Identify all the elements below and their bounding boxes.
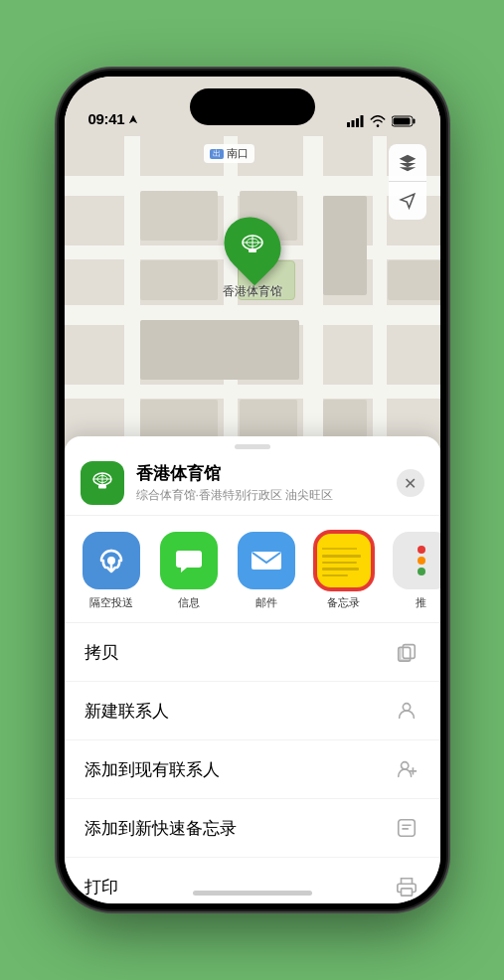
- new-contact-icon: [393, 697, 420, 725]
- mail-symbol: [252, 550, 281, 572]
- map-area: 出 南口: [65, 77, 440, 494]
- signal-icon: [347, 115, 364, 127]
- mail-label: 邮件: [255, 595, 277, 610]
- copy-icon: [393, 638, 420, 666]
- copy-symbol: [396, 641, 418, 663]
- venue-name: 香港体育馆: [136, 462, 385, 485]
- stadium-icon: [239, 232, 266, 259]
- airdrop-symbol: [96, 546, 126, 575]
- action-list: 拷贝 新建联系人: [65, 623, 440, 903]
- more-label: 推: [416, 595, 426, 610]
- venue-subtitle: 综合体育馆·香港特别行政区 油尖旺区: [136, 487, 385, 504]
- svg-rect-0: [347, 122, 350, 127]
- svg-rect-2: [356, 118, 359, 127]
- notes-icon: [315, 532, 373, 589]
- action-copy[interactable]: 拷贝: [65, 623, 440, 682]
- action-new-contact[interactable]: 新建联系人: [65, 682, 440, 740]
- location-header: 香港体育馆 综合体育馆·香港特别行政区 油尖旺区 ✕: [65, 449, 440, 516]
- status-time: 09:41: [88, 110, 125, 127]
- map-pin: 香港体育馆: [223, 216, 282, 300]
- action-copy-label: 拷贝: [84, 641, 118, 664]
- close-button[interactable]: ✕: [397, 469, 424, 497]
- home-indicator: [193, 891, 312, 896]
- print-icon: [393, 873, 420, 900]
- svg-rect-16: [98, 485, 106, 489]
- share-item-message[interactable]: 信息: [152, 532, 226, 610]
- quick-note-icon: [393, 814, 420, 842]
- bottom-sheet: 香港体育馆 综合体育馆·香港特别行政区 油尖旺区 ✕: [65, 436, 440, 903]
- airdrop-label: 隔空投送: [89, 595, 133, 610]
- svg-rect-11: [249, 248, 256, 252]
- venue-stadium-icon: [88, 469, 116, 497]
- pin-icon: [212, 206, 292, 286]
- share-item-mail[interactable]: 邮件: [230, 532, 303, 610]
- map-south-entrance-label: 出 南口: [204, 144, 254, 163]
- more-icon: [393, 532, 440, 589]
- map-layers-button[interactable]: [389, 144, 426, 182]
- message-label: 信息: [178, 595, 200, 610]
- printer-symbol: [396, 876, 418, 898]
- share-item-more[interactable]: 推: [385, 532, 440, 610]
- svg-rect-5: [413, 119, 415, 124]
- svg-rect-3: [360, 115, 363, 127]
- battery-icon: [392, 115, 417, 127]
- svg-rect-6: [393, 118, 410, 125]
- svg-rect-1: [351, 120, 354, 127]
- location-info: 香港体育馆 综合体育馆·香港特别行政区 油尖旺区: [136, 462, 385, 504]
- action-print[interactable]: 打印: [65, 858, 440, 903]
- status-icons: [347, 115, 417, 127]
- phone-frame: 09:41: [59, 71, 446, 909]
- svg-point-21: [403, 704, 410, 711]
- action-quick-note[interactable]: 添加到新快速备忘录: [65, 799, 440, 858]
- message-icon: [160, 532, 218, 589]
- phone-screen: 09:41: [65, 77, 440, 903]
- map-controls: [389, 144, 426, 220]
- close-icon: ✕: [404, 474, 417, 493]
- notes-label: 备忘录: [327, 595, 360, 610]
- svg-rect-28: [401, 889, 412, 896]
- svg-point-22: [401, 762, 408, 769]
- action-new-contact-label: 新建联系人: [84, 700, 169, 723]
- message-symbol: [174, 546, 204, 575]
- map-label-text: 南口: [227, 146, 249, 161]
- location-arrow-icon: [128, 114, 138, 124]
- dynamic-island: [190, 88, 315, 125]
- color-dots: [418, 546, 425, 575]
- person-symbol: [396, 700, 418, 722]
- action-add-contact[interactable]: 添加到现有联系人: [65, 740, 440, 799]
- location-button[interactable]: [389, 182, 426, 220]
- pin-label: 香港体育馆: [223, 283, 282, 300]
- action-add-contact-label: 添加到现有联系人: [84, 758, 220, 781]
- share-item-notes[interactable]: 备忘录: [307, 532, 381, 610]
- svg-rect-25: [398, 820, 415, 837]
- add-contact-icon: [393, 755, 420, 783]
- pin-icon-inner: [234, 227, 271, 264]
- map-label-icon: 出: [210, 149, 224, 159]
- action-print-label: 打印: [84, 876, 118, 898]
- venue-icon: [81, 461, 124, 505]
- share-row: 隔空投送 信息: [65, 516, 440, 623]
- share-item-airdrop[interactable]: 隔空投送: [75, 532, 148, 610]
- note-symbol: [396, 817, 418, 839]
- airdrop-icon: [83, 532, 140, 589]
- wifi-icon: [370, 115, 386, 127]
- action-quick-note-label: 添加到新快速备忘录: [84, 817, 237, 840]
- person-add-symbol: [396, 758, 418, 780]
- mail-icon: [238, 532, 295, 589]
